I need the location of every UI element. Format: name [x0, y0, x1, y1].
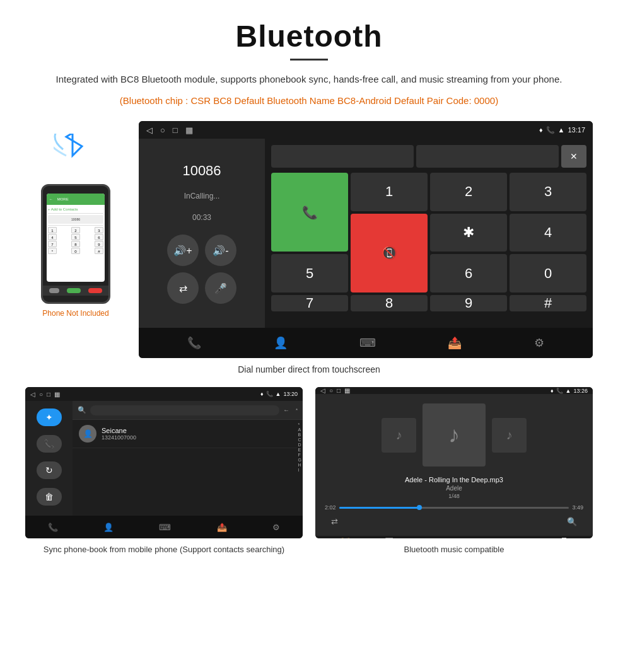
status-bar: ◁ ○ □ ▦ ♦ 📞 ▲ 13:17	[139, 121, 593, 139]
sync-sidebar-btn[interactable]: ↻	[37, 461, 62, 479]
phone-screen: ← MORE + Add to Contacts 10086 123 456	[47, 194, 105, 282]
transfer-btn[interactable]: ⇄	[167, 272, 199, 304]
music-body: ♪ ♪ ♪ Adele - Rolling In the Deep.mp3 Ad…	[315, 394, 593, 536]
nav-keypad-icon[interactable]: ⌨	[359, 336, 376, 350]
volume-up-btn[interactable]: 🔊+	[167, 235, 199, 266]
music-nav-icons: ◁○□▦	[320, 387, 350, 394]
music-time: 13:26	[573, 388, 588, 394]
dial-left-panel: 10086 InCalling... 00:33 🔊+ 🔊- ⇄ 🎤	[139, 139, 265, 328]
delete-btn[interactable]: ✕	[561, 145, 586, 168]
nav-calls-icon2[interactable]: 📞	[48, 523, 58, 532]
nav-settings-icon[interactable]: ⚙	[534, 336, 544, 350]
prev-icon[interactable]: ⏮	[428, 536, 438, 539]
extra-controls: ⇄ 🔍	[325, 517, 583, 526]
call-btn[interactable]: 📞	[271, 173, 348, 252]
contacts-screen: ◁○□▦ ♦📞▲ 13:20 ✦ 📞 ↻ 🗑	[25, 387, 303, 538]
status-time: 13:17	[568, 126, 585, 134]
dial-screen: ◁ ○ □ ▦ ♦ 📞 ▲ 13:17 10086 InCalling... 0…	[139, 121, 593, 358]
album-art-right: ♪	[492, 418, 527, 453]
call-indicator: 📞	[546, 126, 555, 134]
music-status-right: ♦📞▲ 13:26	[551, 388, 588, 394]
key-5[interactable]: 5	[271, 254, 348, 293]
nav-transfer-icon[interactable]: 📤	[448, 336, 462, 350]
nav-calls-icon[interactable]: 📞	[187, 336, 201, 350]
contacts-time: 13:20	[283, 391, 298, 397]
key-0[interactable]: 0	[510, 254, 586, 293]
dial-input-box	[271, 145, 414, 168]
key-star[interactable]: ✱	[430, 214, 507, 252]
recent-icon: □	[173, 125, 178, 135]
search-music-icon[interactable]: 🔍	[567, 517, 577, 526]
nav-settings-icon2[interactable]: ⚙	[272, 523, 280, 532]
key-6[interactable]: 6	[430, 254, 507, 293]
location-icon: ♦	[539, 126, 543, 134]
key-7[interactable]: 7	[271, 295, 348, 311]
keypad-grid: 1 2 3 📞 ✱ 4 5 6 0 📵 7 8 9 #	[271, 173, 586, 311]
nav-transfer-icon2[interactable]: 📤	[217, 523, 227, 532]
play-pause-icon[interactable]: ⏸	[472, 536, 482, 539]
key-4[interactable]: 4	[510, 214, 586, 252]
orange-note: (Bluetooth chip : CSR BC8 Default Blueto…	[25, 93, 593, 108]
phone-side: ← MORE + Add to Contacts 10086 123 456	[25, 121, 126, 318]
dial-input-row: ✕	[271, 145, 586, 168]
nav-keypad-icon2[interactable]: ⌨	[159, 523, 171, 532]
dial-caption: Dial number direct from touchscreen	[25, 364, 593, 374]
progress-fill	[339, 507, 420, 509]
contacts-status-right: ♦📞▲ 13:20	[260, 391, 298, 397]
folder-icon[interactable]: 📁	[339, 536, 351, 538]
key-8[interactable]: 8	[351, 295, 428, 311]
bottom-nav-bar: 📞 👤 ⌨ 📤 ⚙	[139, 328, 593, 358]
music-screen-inner: ◁○□▦ ♦📞▲ 13:26 ♪ ♪ ♪	[315, 387, 593, 538]
end-call-btn[interactable]: 📵	[351, 214, 428, 293]
search-icon: 🔍	[78, 406, 86, 414]
progress-bar-container: 2:02 3:49	[325, 504, 583, 511]
key-1[interactable]: 1	[351, 173, 428, 211]
volume-down-btn[interactable]: 🔊-	[205, 235, 236, 266]
shuffle-icon[interactable]: ⇄	[331, 517, 338, 526]
home-icon: ○	[160, 125, 165, 135]
eq-icon[interactable]: 🎚	[559, 536, 569, 539]
search-input[interactable]	[90, 405, 279, 415]
main-section: ← MORE + Add to Contacts 10086 123 456	[25, 121, 593, 358]
status-left: ◁ ○ □ ▦	[146, 125, 193, 135]
album-art-main: ♪	[423, 403, 486, 466]
music-screenshot-box: ◁○□▦ ♦📞▲ 13:26 ♪ ♪ ♪	[315, 387, 593, 556]
contact-name: Seicane	[102, 427, 136, 434]
progress-bar[interactable]	[339, 507, 569, 509]
call-sidebar-btn[interactable]: 📞	[37, 435, 62, 453]
next-icon[interactable]: ⏭	[515, 536, 525, 539]
dial-input-box2	[416, 145, 559, 168]
nav-contacts-icon[interactable]: 👤	[274, 336, 288, 350]
mic-btn[interactable]: 🎤	[205, 272, 236, 304]
key-2[interactable]: 2	[430, 173, 507, 211]
star-label: *	[296, 407, 298, 413]
contact-entry[interactable]: 👤 Seicane 13241007000	[73, 420, 297, 448]
list-icon[interactable]: ☰	[385, 536, 394, 538]
back-icon: ◁	[146, 125, 153, 135]
contacts-bottom-nav: 📞 👤 ⌨ 📤 ⚙	[25, 516, 303, 538]
nav-contacts-icon2[interactable]: 👤	[103, 523, 114, 532]
call-status: InCalling...	[151, 192, 252, 200]
album-art-left: ♪	[382, 418, 416, 453]
contact-avatar: 👤	[79, 425, 96, 443]
key-9[interactable]: 9	[430, 295, 507, 311]
contacts-caption: Sync phone-book from mobile phone (Suppo…	[25, 543, 303, 556]
delete-sidebar-btn[interactable]: 🗑	[37, 488, 62, 506]
key-3[interactable]: 3	[510, 173, 586, 211]
wifi-icon: ▲	[558, 126, 565, 134]
music-screen: ◁○□▦ ♦📞▲ 13:26 ♪ ♪ ♪	[315, 387, 593, 538]
dial-number: 10086	[151, 163, 252, 179]
phone-mockup: ← MORE + Add to Contacts 10086 123 456	[41, 184, 110, 304]
song-title: Adele - Rolling In the Deep.mp3	[405, 476, 503, 484]
key-hash[interactable]: #	[510, 295, 586, 311]
bt-sidebar-icon[interactable]: ✦	[37, 408, 62, 426]
contacts-body: ✦ 📞 ↻ 🗑 🔍 ← *	[25, 401, 303, 516]
album-art-row: ♪ ♪ ♪	[382, 403, 527, 466]
contacts-list: 👤 Seicane 13241007000	[73, 420, 297, 516]
contacts-status-bar: ◁○□▦ ♦📞▲ 13:20	[25, 387, 303, 401]
dial-area: 10086 InCalling... 00:33 🔊+ 🔊- ⇄ 🎤 ✕	[139, 139, 593, 328]
back-arrow-icon: ←	[283, 407, 289, 414]
dial-controls: 🔊+ 🔊- ⇄ 🎤	[151, 235, 252, 304]
contacts-sidebar: ✦ 📞 ↻ 🗑	[25, 401, 73, 516]
song-track: 1/48	[405, 493, 503, 499]
